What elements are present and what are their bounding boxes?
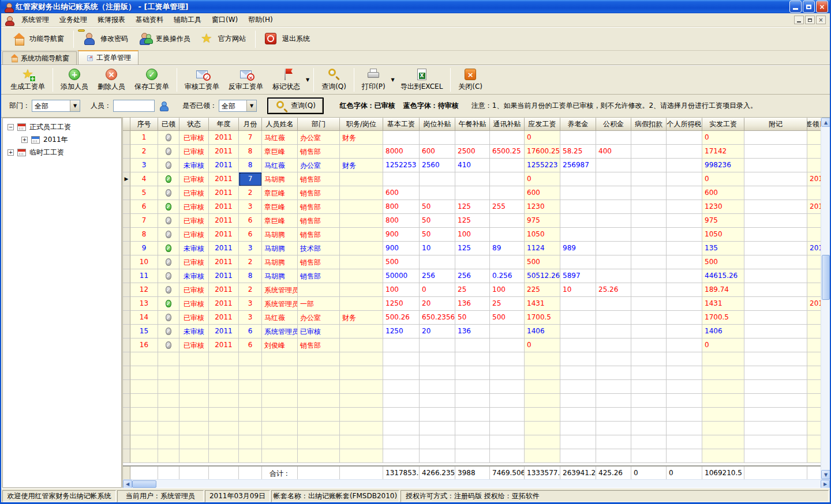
horizontal-scrollbar[interactable]: ◀ ▶ [123,479,830,488]
column-header-16[interactable]: 个人所得税 [667,118,702,131]
grid-cell[interactable]: 136 [455,297,490,311]
grid-cell[interactable] [631,172,667,186]
grid-cell[interactable] [667,214,702,228]
grid-cell[interactable]: 900 [383,242,420,255]
grid-cell[interactable]: 4 [130,172,158,186]
grid-cell[interactable]: 5 [130,186,158,200]
grid-cell[interactable] [744,283,807,297]
action-button-8[interactable]: 打印(P) [357,66,390,94]
grid-cell[interactable]: 7 [239,131,262,145]
grid-cell[interactable]: 1050 [702,228,744,242]
grid-cell[interactable] [667,145,702,159]
chevron-down-icon[interactable]: ▼ [70,100,80,111]
row-header[interactable] [123,366,130,380]
tree-item-2[interactable]: +临时工工资 [3,146,121,159]
tab-payroll[interactable]: 工资单管理 [78,50,138,65]
grid-cell[interactable]: 1050 [525,228,560,242]
grid-cell[interactable]: 0 [525,338,560,352]
grid-cell[interactable] [560,325,596,338]
grid-cell[interactable]: 100 [383,283,420,297]
row-header[interactable] [123,200,130,214]
grid-cell[interactable]: 975 [702,214,744,228]
grid-cell[interactable]: 500.26 [383,311,420,325]
grid-cell[interactable] [667,172,702,186]
grid-cell[interactable] [667,242,702,255]
grid-cell[interactable] [631,200,667,214]
grid-cell[interactable]: 已审核 [179,283,209,297]
grid-cell[interactable]: 1230 [525,200,560,214]
horizontal-scroll-thumb[interactable] [132,480,156,488]
grid-cell[interactable] [340,186,383,200]
grid-cell[interactable] [560,200,596,214]
chevron-down-icon[interactable]: ▼ [246,100,256,111]
grid-cell[interactable] [490,228,525,242]
grid-cell[interactable]: ✓ [158,200,179,214]
grid-cell[interactable] [596,325,631,338]
grid-cell[interactable]: 2011 [209,228,239,242]
grid-cell[interactable]: 44615.26 [702,269,744,283]
row-header[interactable] [123,283,130,297]
grid-cell[interactable] [744,269,807,283]
grid-cell[interactable] [667,311,702,325]
grid-cell[interactable] [667,338,702,352]
received-combo[interactable]: 全部 ▼ [219,100,257,112]
grid-cell[interactable] [596,269,631,283]
grid-cell[interactable]: 1250 [383,297,420,311]
grid-cell[interactable] [744,200,807,214]
row-header[interactable] [123,380,130,394]
grid-cell[interactable] [340,145,383,159]
grid-cell[interactable]: 章巨峰 [262,214,298,228]
grid-cell[interactable]: 2 [239,186,262,200]
grid-cell[interactable]: ✓ [158,311,179,325]
grid-cell[interactable] [420,131,455,145]
grid-cell[interactable] [560,172,596,186]
action-button-9[interactable]: X导出到EXCEL [396,66,448,94]
grid-cell[interactable]: ✓ [158,269,179,283]
grid-cell[interactable] [667,283,702,297]
action-button-3[interactable]: ✓保存工资单 [130,66,174,94]
grid-cell[interactable]: 16 [130,338,158,352]
grid-cell[interactable]: 销售部 [298,338,340,352]
grid-cell[interactable]: 900 [383,228,420,242]
grid-cell[interactable]: 1255223 [525,159,560,172]
grid-cell[interactable]: 2011 [209,311,239,325]
grid-cell[interactable]: 6 [239,228,262,242]
grid-cell[interactable] [596,131,631,145]
grid-cell[interactable]: 400 [596,145,631,159]
grid-cell[interactable]: 25.26 [596,283,631,297]
scroll-left-icon[interactable]: ◀ [123,480,132,488]
grid-cell[interactable] [667,255,702,269]
grid-cell[interactable]: 2011 [209,255,239,269]
row-header[interactable] [123,214,130,228]
grid-cell[interactable] [596,172,631,186]
row-header[interactable] [123,186,130,200]
grid-cell[interactable] [744,297,807,311]
grid-cell[interactable]: 50 [455,311,490,325]
tree-expander-icon[interactable]: + [8,149,14,156]
grid-cell[interactable]: 100 [490,283,525,297]
column-header-12[interactable]: 应发工资 [525,118,560,131]
grid-cell[interactable]: 已审核 [179,172,209,186]
dept-combo[interactable]: 全部 ▼ [32,100,80,112]
grid-cell[interactable]: 办公室 [298,159,340,172]
grid-cell[interactable] [667,186,702,200]
grid-cell[interactable] [631,228,667,242]
row-header[interactable] [123,159,130,172]
minimize-button[interactable] [789,1,802,13]
grid-cell[interactable]: 8 [130,228,158,242]
grid-cell[interactable]: 256987 [560,159,596,172]
grid-cell[interactable]: 89 [490,242,525,255]
grid-cell[interactable]: 6 [239,325,262,338]
grid-cell[interactable] [744,159,807,172]
grid-cell[interactable]: 50512.26 [525,269,560,283]
grid-cell[interactable]: 2011 [209,283,239,297]
grid-cell[interactable]: 998236 [702,159,744,172]
grid-cell[interactable]: 989 [560,242,596,255]
column-header-7[interactable]: 职务/岗位 [340,118,383,131]
column-header-17[interactable]: 实发工资 [702,118,744,131]
column-header-1[interactable]: 已领 [158,118,179,131]
grid-cell[interactable] [744,186,807,200]
mdi-close-button[interactable]: × [816,16,826,24]
grid-cell[interactable] [744,172,807,186]
row-header[interactable] [123,408,130,422]
